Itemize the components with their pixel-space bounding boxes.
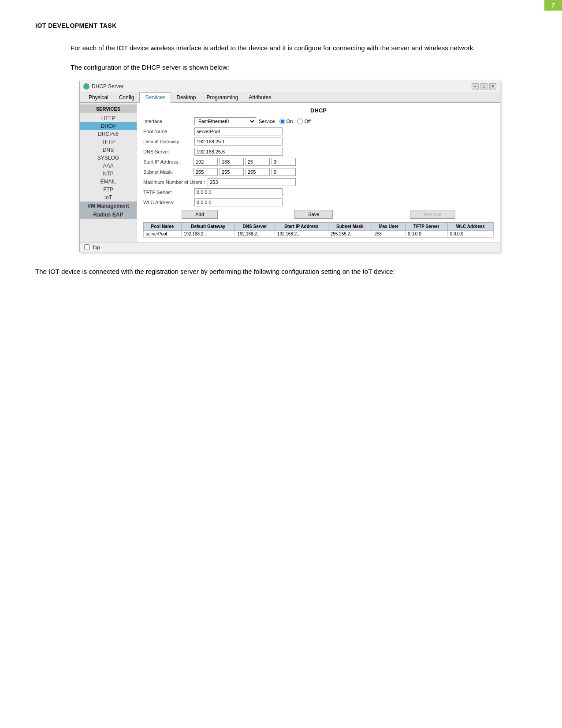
top-checkbox[interactable] — [84, 244, 90, 250]
tftp-server-input[interactable] — [194, 188, 283, 196]
tab-desktop[interactable]: Desktop — [171, 92, 201, 102]
interface-row: Interface FastEthernet0 Service On Off — [143, 117, 494, 125]
col-start-ip: Start IP Address — [275, 223, 328, 231]
sidebar-item-syslog[interactable]: SYSLOG — [80, 154, 137, 162]
pool-name-label: Pool Name — [143, 129, 192, 134]
sidebar-item-iot[interactable]: IoT — [80, 194, 137, 202]
wlc-address-row: WLC Address: — [143, 198, 494, 206]
start-ip-2[interactable] — [220, 158, 244, 166]
tab-physical[interactable]: Physical — [83, 92, 114, 102]
service-label: Service — [259, 119, 275, 124]
service-off-radio[interactable] — [297, 119, 303, 124]
default-gateway-input[interactable] — [194, 138, 283, 146]
dhcp-pool-table: Pool Name Default Gateway DNS Server Sta… — [143, 222, 494, 238]
service-on-radio[interactable] — [279, 119, 285, 124]
start-ip-label: Start IP Address : — [143, 159, 192, 164]
close-button[interactable]: ✕ — [489, 83, 496, 90]
tftp-server-label: TFTP Server: — [143, 190, 192, 195]
max-users-label: Maximum Number of Users : — [143, 179, 205, 185]
document-header: IOT DEVELOPMENT TASK — [35, 22, 527, 29]
wlc-address-input[interactable] — [194, 198, 283, 206]
service-off-label: Off — [304, 119, 310, 124]
dialog-app-icon — [83, 83, 89, 90]
sidebar-item-ntp[interactable]: NTP — [80, 170, 137, 178]
col-default-gateway: Default Gateway — [181, 223, 235, 231]
cell-default-gateway: 192.168.2... — [181, 231, 235, 238]
service-off-option[interactable]: Off — [297, 119, 310, 124]
subnet-4[interactable] — [272, 168, 296, 176]
tab-attributes[interactable]: Attributes — [243, 92, 276, 102]
start-ip-1[interactable] — [194, 158, 218, 166]
start-ip-4[interactable] — [272, 158, 296, 166]
sidebar-item-ftp[interactable]: FTP — [80, 186, 137, 194]
dialog-window-controls[interactable]: – □ ✕ — [472, 83, 496, 90]
interface-label: Interface — [143, 119, 192, 124]
default-gateway-label: Default Gateway — [143, 139, 192, 144]
dhcp-main-panel: DHCP Interface FastEthernet0 Service On — [137, 103, 500, 242]
sidebar-item-tftp[interactable]: TFTP — [80, 138, 137, 146]
sidebar-item-dhcp[interactable]: DHCP — [80, 122, 137, 130]
tab-config[interactable]: Config — [114, 92, 140, 102]
sidebar-item-http[interactable]: HTTP — [80, 114, 137, 122]
subnet-mask-label: Subnet Mask: — [143, 169, 192, 175]
dialog-title-text: DHCP Server — [92, 83, 123, 90]
start-ip-row: Start IP Address : — [143, 158, 494, 166]
config-heading: The configuration of the DHCP server is … — [71, 62, 527, 73]
wlc-address-label: WLC Address: — [143, 200, 192, 205]
dialog-footer: Top — [80, 242, 500, 252]
col-pool-name: Pool Name — [144, 223, 182, 231]
col-dns-server: DNS Server — [235, 223, 275, 231]
start-ip-3[interactable] — [246, 158, 270, 166]
pool-name-row: Pool Name — [143, 127, 494, 135]
sidebar-item-radius[interactable]: Radius EAP — [80, 210, 137, 219]
dialog-tab-bar: Physical Config Services Desktop Program… — [80, 92, 500, 103]
page-number: 7 — [544, 0, 562, 11]
intro-paragraph: For each of the IOT device wireless inte… — [35, 42, 527, 54]
remove-button[interactable]: Remove — [410, 210, 455, 219]
tab-services[interactable]: Services — [139, 92, 171, 103]
bottom-paragraph: The IOT device is connected with the reg… — [35, 265, 527, 278]
cell-subnet: 255.255.2... — [328, 231, 372, 238]
col-tftp: TFTP Server — [406, 223, 447, 231]
sidebar-item-email[interactable]: EMAIL — [80, 178, 137, 186]
maximize-button[interactable]: □ — [480, 83, 488, 90]
top-label: Top — [92, 245, 100, 250]
cell-start-ip: 192.168.2... — [275, 231, 328, 238]
dns-server-label: DNS Server — [143, 149, 192, 154]
subnet-1[interactable] — [194, 168, 218, 176]
interface-select[interactable]: FastEthernet0 — [194, 117, 256, 125]
col-wlc: WLC Address — [447, 223, 493, 231]
table-row: serverPool 192.168.2... 192.168.2... 192… — [144, 231, 494, 238]
dhcp-panel-title: DHCP — [143, 107, 494, 114]
subnet-2[interactable] — [220, 168, 244, 176]
add-button[interactable]: Add — [182, 210, 218, 219]
cell-tftp: 0.0.0.0 — [406, 231, 447, 238]
service-on-label: On — [287, 119, 293, 124]
col-subnet-mask: Subnet Mask — [328, 223, 372, 231]
minimize-button[interactable]: – — [472, 83, 479, 90]
sidebar-item-dhcpv6[interactable]: DHCPv6 — [80, 130, 137, 138]
tab-programming[interactable]: Programming — [201, 92, 243, 102]
cell-max-user: 253 — [372, 231, 406, 238]
sidebar-item-aaa[interactable]: AAA — [80, 162, 137, 170]
tftp-server-row: TFTP Server: — [143, 188, 494, 196]
subnet-mask-row: Subnet Mask: — [143, 168, 494, 176]
service-radio-group: Service On Off — [259, 119, 311, 124]
pool-name-input[interactable] — [194, 127, 283, 135]
sidebar-item-dns[interactable]: DNS — [80, 146, 137, 154]
dhcp-dialog: DHCP Server – □ ✕ Physical Config Servic… — [79, 81, 500, 252]
cell-dns-server: 192.168.2... — [235, 231, 275, 238]
action-buttons: Add Save Remove — [143, 210, 494, 219]
dns-server-input[interactable] — [194, 148, 283, 156]
services-sidebar: SERVICES HTTP DHCP DHCPv6 TFTP DNS SYSLO… — [80, 103, 137, 242]
sidebar-item-vm[interactable]: VM Management — [80, 202, 137, 210]
dns-server-row: DNS Server — [143, 148, 494, 156]
dialog-body: SERVICES HTTP DHCP DHCPv6 TFTP DNS SYSLO… — [80, 103, 500, 242]
service-on-option[interactable]: On — [279, 119, 293, 124]
max-users-input[interactable] — [208, 178, 296, 186]
cell-wlc: 0.0.0.0 — [447, 231, 493, 238]
dialog-title: DHCP Server — [83, 83, 123, 90]
subnet-3[interactable] — [246, 168, 270, 176]
sidebar-header: SERVICES — [80, 105, 137, 113]
save-button[interactable]: Save — [294, 210, 333, 219]
